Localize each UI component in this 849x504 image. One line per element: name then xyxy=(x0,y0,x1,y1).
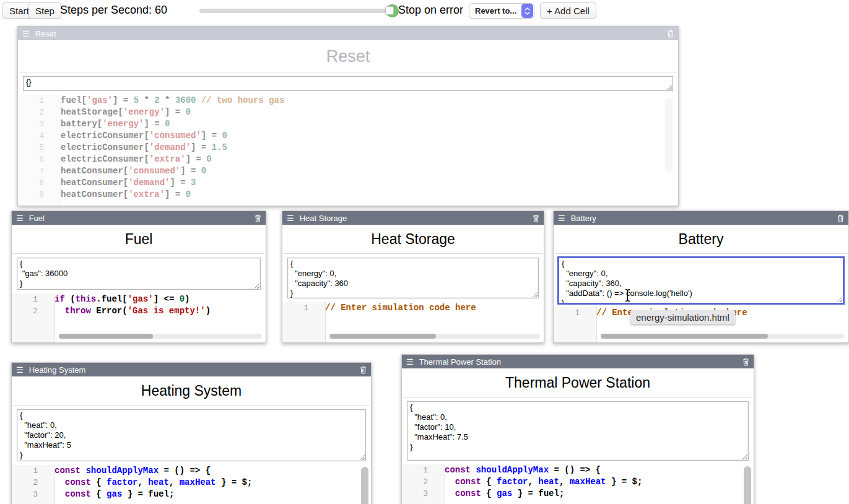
drag-handle-icon[interactable]: ☰ xyxy=(22,30,30,38)
line-number: 2 xyxy=(18,106,53,118)
drag-handle-icon[interactable]: ☰ xyxy=(287,214,294,222)
code-line: 5electricConsumer['demand'] = 1.5 xyxy=(18,142,678,154)
cell-data-input[interactable]: { "energy": 0, "capacity": 360 } xyxy=(287,258,539,298)
resize-handle[interactable] xyxy=(359,454,365,460)
cell-header[interactable]: ☰ Reset xyxy=(18,27,678,40)
cell-header[interactable]: ☰ Battery xyxy=(554,211,848,225)
resize-handle[interactable] xyxy=(666,84,672,90)
horizontal-scrollbar[interactable] xyxy=(329,334,540,339)
line-number: 1 xyxy=(12,293,46,305)
code-line: 8heatConsumer['demand'] = 3 xyxy=(18,177,678,189)
code-editor[interactable]: 1const shouldApplyMax = () => {2 const {… xyxy=(12,465,371,504)
delete-cell-button[interactable] xyxy=(667,30,674,38)
revert-select[interactable]: Revert to... xyxy=(469,3,534,19)
cell-title: Fuel xyxy=(12,231,266,248)
code-line: 1const shouldApplyMax = () => { xyxy=(402,464,754,476)
select-chevrons-icon xyxy=(521,4,533,18)
code-line: 2 const { factor, heat, maxHeat } = $; xyxy=(12,477,371,489)
cell-data-input[interactable]: {} xyxy=(23,76,673,91)
cell-heat-storage: ☰ Heat Storage Heat Storage { "energy": … xyxy=(282,211,544,343)
line-number: 2 xyxy=(12,477,46,489)
cell-header[interactable]: ☰ Thermal Power Station xyxy=(402,355,754,368)
cell-data-input[interactable]: { "heat": 0, "factor": 10, "maxHeat": 7.… xyxy=(407,401,749,461)
line-number: 8 xyxy=(18,177,53,189)
line-number: 2 xyxy=(12,305,46,317)
horizontal-scrollbar[interactable] xyxy=(601,334,845,339)
cell-fuel: ☰ Fuel Fuel { "gas": 36000 } 1if (this.f… xyxy=(11,211,266,343)
speed-label: Steps per Second: 60 xyxy=(60,4,167,17)
line-number: 1 xyxy=(402,464,437,476)
code-line: 3 const { gas } = fuel; xyxy=(402,488,754,500)
code-editor[interactable]: 1fuel['gas'] = 5 * 2 * 3600 // two hours… xyxy=(18,95,678,206)
step-button[interactable]: Step xyxy=(28,2,61,19)
cell-data-input[interactable]: { "gas": 36000 } xyxy=(17,258,261,290)
drag-handle-icon[interactable]: ☰ xyxy=(16,214,24,222)
horizontal-scrollbar-thumb[interactable] xyxy=(59,334,153,339)
resize-handle[interactable] xyxy=(532,292,538,297)
cell-title: Battery xyxy=(554,231,848,248)
delete-cell-button[interactable] xyxy=(742,358,749,366)
add-cell-button[interactable]: + Add Cell xyxy=(540,2,596,19)
trash-icon xyxy=(667,30,674,38)
cell-header[interactable]: ☰ Heat Storage xyxy=(282,211,544,225)
code-line: 1fuel['gas'] = 5 * 2 * 3600 // two hours… xyxy=(18,95,678,106)
code-line: 6electricConsumer['extra'] = 0 xyxy=(18,154,678,165)
line-number: 3 xyxy=(402,488,437,500)
cell-header[interactable]: ☰ Fuel xyxy=(12,211,266,225)
drag-handle-icon[interactable]: ☰ xyxy=(558,214,565,222)
cell-header-title: Heat Storage xyxy=(300,214,347,223)
cell-title: Reset xyxy=(18,47,678,66)
resize-handle[interactable] xyxy=(837,297,842,302)
cell-header[interactable]: ☰ Heating System xyxy=(12,363,371,376)
trash-icon xyxy=(837,214,844,222)
line-number: 1 xyxy=(12,465,46,477)
cell-data-input[interactable]: { "energy": 0, "capacity": 360, "addData… xyxy=(559,258,843,303)
delete-cell-button[interactable] xyxy=(255,214,261,222)
code-line: 7heatConsumer['consumed'] = 0 xyxy=(18,165,678,177)
cell-header-title: Thermal Power Station xyxy=(419,357,501,367)
code-line: 1if (this.fuel['gas'] <= 0) xyxy=(12,293,266,305)
code-line: 9heatConsumer['extra'] = 0 xyxy=(18,189,678,201)
line-number: 1 xyxy=(282,302,317,314)
delete-cell-button[interactable] xyxy=(837,214,844,222)
cell-data-input[interactable]: { "heat": 0, "factor": 20, "maxHeat": 5 … xyxy=(17,409,366,461)
code-line: 2 const { factor, heat, maxHeat } = $; xyxy=(402,476,754,488)
delete-cell-button[interactable] xyxy=(533,214,539,222)
line-number: 7 xyxy=(18,165,53,177)
code-editor[interactable]: 1const shouldApplyMax = () => {2 const {… xyxy=(402,464,754,504)
cell-heating-system: ☰ Heating System Heating System { "heat"… xyxy=(11,362,372,504)
code-line: 3 const { gas } = fuel; xyxy=(12,489,371,500)
trash-icon xyxy=(360,366,367,374)
code-line: 1const shouldApplyMax = () => { xyxy=(12,465,371,477)
line-number: 1 xyxy=(554,307,588,319)
code-editor[interactable]: 1if (this.fuel['gas'] <= 0)2 throw Error… xyxy=(12,293,266,342)
line-number: 3 xyxy=(12,489,46,500)
resize-handle[interactable] xyxy=(254,283,259,289)
code-editor[interactable]: 1// Enter simulation code here xyxy=(282,302,544,342)
cell-title: Heating System xyxy=(12,383,371,399)
trash-icon xyxy=(255,214,261,222)
cell-title: Heat Storage xyxy=(282,231,544,248)
code-line: 1// Enter simulation code here xyxy=(282,302,544,314)
stop-on-error-checkbox[interactable] xyxy=(385,6,394,15)
cell-header-title: Heating System xyxy=(29,365,86,375)
line-number: 2 xyxy=(402,476,437,488)
code-line: 4electricConsumer['consumed'] = 0 xyxy=(18,130,678,142)
trash-icon xyxy=(533,214,539,222)
drag-handle-icon[interactable]: ☰ xyxy=(406,358,414,366)
toolbar: Start Step Steps per Second: 60 Stop on … xyxy=(0,0,849,22)
filename-tooltip: energy-simulation.html xyxy=(630,310,735,324)
line-number: 6 xyxy=(18,154,53,165)
resize-handle[interactable] xyxy=(742,454,747,459)
horizontal-scrollbar-thumb[interactable] xyxy=(329,334,436,339)
delete-cell-button[interactable] xyxy=(360,366,367,374)
speed-slider[interactable] xyxy=(199,9,396,13)
line-number: 3 xyxy=(18,118,53,130)
cell-header-title: Reset xyxy=(35,29,56,38)
code-line: 2heatStorage['energy'] = 0 xyxy=(18,106,678,118)
cell-thermal-power-station: ☰ Thermal Power Station Thermal Power St… xyxy=(401,354,754,504)
line-number: 4 xyxy=(18,130,53,142)
drag-handle-icon[interactable]: ☰ xyxy=(16,366,24,374)
horizontal-scrollbar[interactable] xyxy=(59,334,262,339)
horizontal-scrollbar-thumb[interactable] xyxy=(601,334,768,339)
